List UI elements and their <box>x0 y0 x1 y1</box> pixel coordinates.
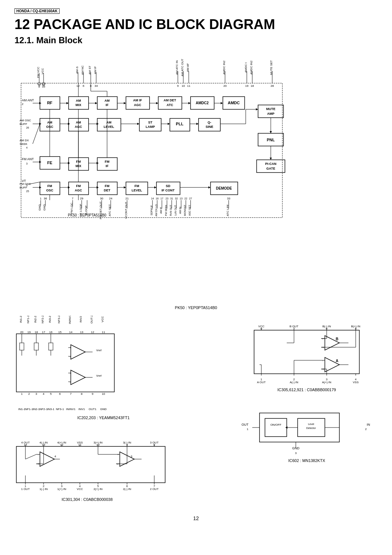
svg-text:IN: IN <box>367 423 370 426</box>
svg-text:AM DET: AM DET <box>164 98 176 102</box>
svg-text:PNL: PNL <box>267 138 275 142</box>
svg-marker-68 <box>188 102 191 104</box>
svg-marker-58 <box>124 102 126 104</box>
svg-text:AMDC IN2: AMDC IN2 <box>222 60 226 74</box>
svg-text:13: 13 <box>80 331 83 334</box>
svg-text:GATE: GATE <box>266 167 275 170</box>
page-number: 12 <box>15 515 377 521</box>
main-block-diagram: FM VCC VCC 8 35 AM-S AM NC 12 6 AM ST AM… <box>15 51 377 305</box>
svg-text:A: A <box>336 359 338 363</box>
svg-marker-150 <box>39 186 41 189</box>
svg-text:PLL: PLL <box>176 122 184 126</box>
svg-text:FM ANT: FM ANT <box>22 157 34 161</box>
svg-text:4: 4 <box>26 146 28 149</box>
svg-text:9: 9 <box>177 84 179 88</box>
svg-text:NF3-2: NF3-2 <box>57 316 61 323</box>
svg-text:18: 18 <box>251 84 254 88</box>
svg-text:VCC: VCC <box>101 316 104 322</box>
svg-text:35: 35 <box>42 83 45 85</box>
svg-text:B(-) IN: B(-) IN <box>322 325 331 328</box>
svg-text:7: 7 <box>70 392 72 396</box>
svg-text:AMDC2: AMDC2 <box>196 101 209 105</box>
svg-text:26: 26 <box>26 126 29 129</box>
svg-text:AMP: AMP <box>267 112 274 116</box>
svg-text:9: 9 <box>92 392 94 396</box>
bottom-section: IN1-2 NF1-2 IN2-2 NF2-2 IN3-2 NF3-2 ININ… <box>15 316 377 508</box>
svg-marker-283 <box>71 370 85 385</box>
svg-text:1: 1 <box>247 428 249 431</box>
svg-text:GND: GND <box>38 204 41 211</box>
svg-text:1: 1 <box>21 392 23 396</box>
svg-text:OUT1: OUT1 <box>89 408 97 411</box>
svg-marker-44 <box>39 102 41 104</box>
svg-text:17: 17 <box>160 197 163 200</box>
svg-text:FE: FE <box>47 161 52 165</box>
svg-marker-99 <box>168 123 170 125</box>
svg-text:31: 31 <box>170 197 173 200</box>
svg-text:27: 27 <box>189 197 192 200</box>
pk50-label: PK50 : YEP0PTA514B0 <box>15 305 377 310</box>
svg-text:IC301,304 : C0ABCB000038: IC301,304 : C0ABCB000038 <box>62 497 113 502</box>
svg-text:AM ST: AM ST <box>88 66 91 75</box>
svg-text:AM OSC: AM OSC <box>20 119 31 122</box>
svg-text:AM AF: AM AF <box>186 63 189 72</box>
page: HONDA / CQ-EH8160AK 12 PACKAGE AND IC BL… <box>0 0 392 528</box>
svg-text:17: 17 <box>42 331 45 334</box>
svg-text:5: 5 <box>50 392 52 396</box>
svg-text:4: 4 <box>43 392 45 396</box>
svg-text:FM LOC: FM LOC <box>70 203 73 214</box>
svg-text:4(-) IN: 4(-) IN <box>40 441 48 444</box>
svg-rect-269 <box>20 343 24 350</box>
svg-text:2 OUT: 2 OUT <box>150 487 159 491</box>
svg-text:AGC: AGC <box>75 189 82 192</box>
svg-text:+: + <box>117 453 119 456</box>
svg-text:FM: FM <box>135 184 139 188</box>
svg-text:28: 28 <box>271 84 274 88</box>
svg-text:12: 12 <box>91 331 94 334</box>
svg-text:2: 2 <box>28 392 30 396</box>
svg-text:AM: AM <box>105 99 110 102</box>
svg-text:2(-) IN: 2(-) IN <box>123 487 131 491</box>
svg-text:4: 4 <box>54 455 56 458</box>
svg-text:AM: AM <box>76 99 81 102</box>
svg-marker-139 <box>97 162 99 164</box>
svg-marker-134 <box>68 162 70 164</box>
svg-text:34: 34 <box>95 84 98 88</box>
svg-text:GND: GND <box>43 204 46 211</box>
svg-text:AM-S: AM-S <box>75 66 79 74</box>
svg-text:14: 14 <box>151 197 154 200</box>
svg-text:-: - <box>70 380 71 384</box>
svg-text:11: 11 <box>102 331 105 334</box>
svg-text:SEEK: SEEK <box>20 142 28 146</box>
svg-text:23: 23 <box>166 197 168 200</box>
svg-text:Vref: Vref <box>96 349 102 352</box>
svg-text:15: 15 <box>58 331 62 334</box>
svg-text:VSS: VSS <box>353 381 359 384</box>
svg-text:B OUT: B OUT <box>290 325 299 328</box>
svg-text:NF1-2: NF1-2 <box>26 316 30 323</box>
svg-text:FM OSC: FM OSC <box>20 182 31 186</box>
svg-text:VSS: VSS <box>77 441 83 444</box>
svg-text:8: 8 <box>81 392 83 396</box>
svg-text:ATC: ATC <box>167 103 173 107</box>
svg-text:14: 14 <box>69 331 73 334</box>
svg-text:A OUT: A OUT <box>257 381 266 384</box>
svg-text:IN3-1: IN3-1 <box>47 408 54 411</box>
svg-rect-436 <box>265 418 287 437</box>
svg-text:3(-) IN: 3(-) IN <box>123 441 131 444</box>
svg-text:A(+) IN: A(+) IN <box>322 381 331 384</box>
svg-rect-380 <box>254 330 359 374</box>
svg-rect-275 <box>49 343 53 350</box>
svg-text:AM IF: AM IF <box>94 66 97 74</box>
svg-text:33: 33 <box>227 197 230 200</box>
svg-text:SD: SD <box>166 184 171 188</box>
svg-text:19: 19 <box>245 84 249 88</box>
svg-marker-84 <box>68 123 70 125</box>
svg-text:Detector: Detector <box>306 427 316 429</box>
svg-text:FM: FM <box>105 160 110 163</box>
svg-text:AMDC IN2: AMDC IN2 <box>250 60 253 74</box>
svg-text:4 OUT: 4 OUT <box>21 441 30 444</box>
svg-text:BUFF: BUFF <box>20 122 27 126</box>
svg-text:A(-) IN: A(-) IN <box>290 381 298 384</box>
svg-text:IF: IF <box>106 164 109 168</box>
